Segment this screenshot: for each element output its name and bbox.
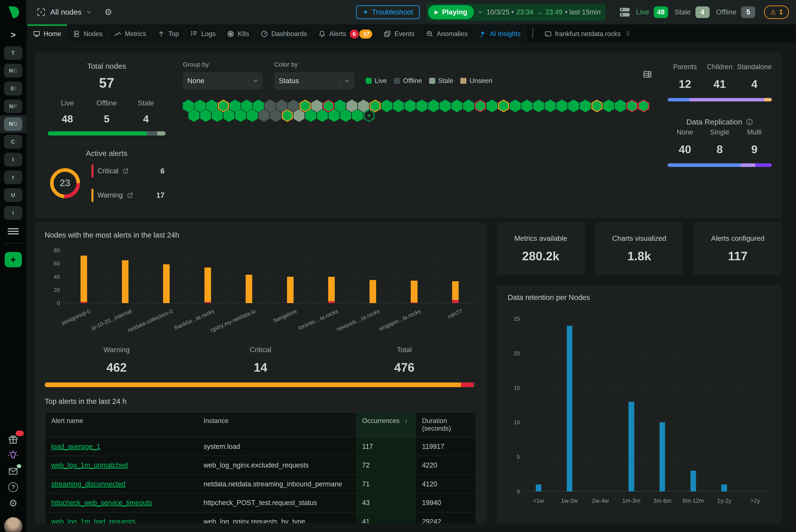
table-view-icon[interactable] — [642, 70, 653, 81]
tab-home[interactable]: Home — [27, 24, 67, 42]
sidebar-workspace-0i-2[interactable]: 0I — [4, 82, 22, 95]
tab-alerts[interactable]: Alerts617 — [313, 24, 378, 42]
info-icon[interactable] — [746, 118, 753, 125]
tab-frankfurt-netdata-rocks[interactable]: frankfurt.netdata.rocks⠿ — [539, 24, 635, 42]
top-icon — [158, 30, 165, 37]
nodes-hexagon-map: + — [183, 99, 653, 122]
drag-handle-icon[interactable]: ⠿ — [626, 31, 630, 37]
sidebar-workspace-u-8[interactable]: U — [4, 188, 22, 202]
color-by-select[interactable]: Status — [274, 72, 354, 89]
help-icon[interactable]: ? — [6, 481, 20, 493]
tab-label: Top — [168, 30, 179, 38]
gift-icon[interactable] — [6, 433, 20, 445]
external-link-icon[interactable] — [123, 168, 129, 174]
duration-cell: 19940 — [416, 493, 476, 512]
card-title: Charts visualized — [612, 234, 666, 243]
replication-single-value: 8 — [702, 143, 737, 156]
replication-bar — [668, 163, 772, 167]
group-by-select[interactable]: None — [183, 72, 263, 89]
alert-name-link[interactable]: web_log_1m_unmatched — [51, 461, 128, 469]
tab-anomalies[interactable]: Anomalies — [421, 24, 474, 42]
external-link-icon[interactable] — [127, 192, 133, 198]
y-axis-tick: 20 — [45, 287, 60, 293]
standalone-value: 4 — [737, 77, 772, 90]
hamburger-menu-icon[interactable] — [8, 227, 19, 236]
tab-logs[interactable]: Logs — [185, 24, 222, 42]
alert-name-link[interactable]: load_average_1 — [51, 443, 100, 451]
table-header-instance[interactable]: Instance — [197, 413, 356, 437]
sidebar-workspace-t-0[interactable]: T — [4, 46, 22, 60]
y-axis-tick: 0 — [508, 488, 520, 495]
sidebar-workspace-c-5[interactable]: C — [4, 135, 22, 149]
offline-count-badge[interactable]: 5 — [741, 6, 755, 18]
sidebar-workspace-t-7[interactable]: t — [4, 171, 22, 184]
chevron-down-icon[interactable] — [478, 10, 483, 15]
tab-top[interactable]: Top — [152, 24, 185, 42]
chart-column — [739, 313, 771, 492]
tab-events[interactable]: Events — [378, 24, 421, 42]
scope-label: All nodes — [50, 8, 82, 17]
critical-bar-segment — [328, 301, 335, 303]
x-axis-label: rgstry.my-netdata.io — [228, 306, 270, 338]
gear-icon[interactable]: ⚙ — [6, 497, 20, 509]
bulb-icon[interactable] — [6, 449, 20, 461]
replication-none-value: 40 — [668, 143, 702, 156]
x-axis-label: singapor...ta.rocks — [394, 306, 435, 338]
y-axis-tick: 5 — [508, 454, 520, 460]
table-row: load_average_1system.load117119917 — [45, 437, 476, 456]
add-space-button[interactable]: + — [5, 252, 22, 267]
alert-name-link[interactable]: web_log_1m_bad_requests — [51, 518, 135, 523]
alert-name-cell[interactable]: streaming_disconnected — [45, 475, 198, 493]
x-axis-label: 1w-2w — [554, 497, 585, 504]
sidebar-workspace-t-6[interactable]: t — [4, 153, 22, 167]
status-legend: LiveOfflineStaleUnseen — [366, 72, 492, 89]
alert-name-link[interactable]: streaming_disconnected — [51, 480, 125, 488]
playing-button[interactable]: ▶ Playing — [428, 5, 474, 19]
single-segment — [741, 163, 755, 167]
mail-icon[interactable] — [6, 465, 20, 477]
table-header-alert-name[interactable]: Alert name — [45, 413, 198, 437]
sidebar-workspace-nd-4[interactable]: ND — [4, 117, 22, 131]
alerts-summary: Warning462 Critical14 Total476 — [45, 346, 476, 374]
sidebar-workspace-i-9[interactable]: i — [4, 206, 22, 220]
sidebar-expand-icon[interactable]: > — [8, 30, 19, 39]
alerts-ratio-bar — [45, 382, 476, 387]
total-nodes-value: 57 — [48, 75, 166, 91]
alert-name-link[interactable]: httpcheck_web_service_timeouts — [51, 499, 152, 507]
alert-name-cell[interactable]: web_log_1m_bad_requests — [45, 512, 198, 523]
table-header-occurrences[interactable]: Occurrences↓ — [356, 413, 416, 437]
node-scope-dropdown[interactable]: All nodes — [34, 7, 95, 17]
space-settings-gear-icon[interactable]: ⚙ — [101, 7, 115, 17]
sidebar-workspace-np-3[interactable]: NP — [4, 99, 22, 113]
sidebar-workspace-nc-1[interactable]: NC — [4, 64, 22, 78]
active-alerts-title: Active alerts — [48, 149, 166, 158]
metrics-icon — [114, 30, 121, 37]
stale-count-badge[interactable]: 4 — [696, 6, 710, 18]
alert-name-cell[interactable]: load_average_1 — [45, 437, 198, 456]
card-alerts-configured: Alerts configured117 — [693, 222, 782, 275]
date-range-picker[interactable]: 10/3/25 • 23:34 → 23:49 • last 15min — [487, 8, 600, 16]
workspace-row: NC — [0, 62, 26, 80]
alert-name-cell[interactable]: web_log_1m_unmatched — [45, 456, 198, 475]
notification-warning-badge[interactable]: ⚠ 1 — [764, 5, 789, 19]
legend-item-offline: Offline — [394, 77, 422, 84]
user-avatar[interactable] — [4, 517, 22, 532]
node-list-icon[interactable] — [620, 8, 629, 17]
tab-metrics[interactable]: Metrics — [109, 24, 152, 42]
live-count-badge[interactable]: 48 — [654, 6, 668, 18]
chart-column — [616, 313, 647, 492]
retention-bar — [629, 402, 634, 492]
retention-bar — [567, 326, 572, 492]
table-header-duration-seconds[interactable]: Duration (seconds) — [416, 413, 476, 437]
troubleshoot-button[interactable]: ✦ Troubleshoot — [356, 5, 420, 19]
alert-name-cell[interactable]: httpcheck_web_service_timeouts — [45, 493, 198, 512]
tab-dashboards[interactable]: Dashboards — [255, 24, 313, 42]
sidebar-bottom-icons: ?⚙ — [6, 429, 20, 513]
card-value: 117 — [728, 249, 747, 263]
x-axis-labels: <1w1w-2w2w-4w1m-3m3m-6m6m-12m1y-2y>2y — [523, 497, 771, 504]
tab-nodes[interactable]: Nodes — [67, 24, 109, 42]
stale-label: Stale — [674, 8, 691, 16]
tab-ai-insights[interactable]: AI Insights — [474, 24, 527, 42]
bar-bangalore — [287, 277, 294, 303]
tab-k8s[interactable]: K8s — [222, 24, 255, 42]
